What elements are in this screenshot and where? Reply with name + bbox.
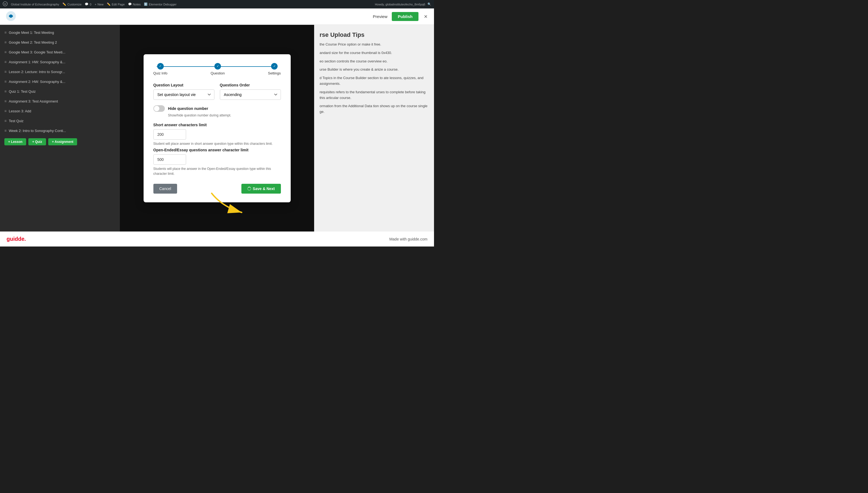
close-button[interactable]: × <box>423 12 429 21</box>
questions-order-select[interactable]: Ascending <box>220 89 281 100</box>
essay-limit-input[interactable] <box>153 154 186 165</box>
short-answer-limit-input[interactable] <box>153 129 186 140</box>
save-next-button[interactable]: Save & Next <box>242 184 281 194</box>
list-item[interactable]: ≡ Google Meet 1: Test Meeting <box>0 27 120 37</box>
guidde-bar: guidde. Made with guidde.com <box>0 232 434 246</box>
quiz-settings-modal: ✓ Quiz Info ✓ Question ✓ Settings Questi… <box>143 54 291 202</box>
wp-icon: W <box>3 1 8 7</box>
question-layout-label: Question Layout <box>153 83 214 87</box>
list-item[interactable]: ≡ Google Meet 2: Test Meeting 2 <box>0 37 120 47</box>
drag-icon: ≡ <box>4 30 6 35</box>
editor-bar: Preview Publish × <box>0 8 434 25</box>
step-2-label: Question <box>211 71 225 75</box>
short-answer-limit-label: Short answer characters limit <box>153 123 281 127</box>
list-item[interactable]: ≡ Assignment 2: HW: Sonography &... <box>0 77 120 86</box>
questions-order-group: Questions Order Ascending <box>220 83 281 100</box>
tip-5: d Topics in the Course Builder section t… <box>320 75 429 87</box>
modal-footer: Cancel Save & Next <box>153 184 281 194</box>
admin-bar: W Global Institute of Echocardiography ✏… <box>0 0 434 8</box>
svg-text:W: W <box>4 2 6 5</box>
tip-3: eo section controls the course overview … <box>320 59 429 64</box>
hide-question-number-row: Hide question number <box>153 105 281 112</box>
user-howdy: Howdy, globalinstituteofecho_8m6pq6 <box>375 3 425 6</box>
new-link[interactable]: + New <box>94 3 103 6</box>
save-next-label: Save & Next <box>253 187 275 191</box>
questions-order-label: Questions Order <box>220 83 281 87</box>
drag-icon: ≡ <box>4 99 6 103</box>
list-item[interactable]: ≡ Lesson 2: Lecture: Intro to Sonogr... <box>0 67 120 77</box>
drag-icon: ≡ <box>4 119 6 123</box>
hide-question-number-toggle[interactable] <box>153 105 165 112</box>
publish-button[interactable]: Publish <box>392 12 418 21</box>
drag-icon: ≡ <box>4 50 6 54</box>
step-question: ✓ Question <box>211 63 225 75</box>
layout-order-row: Question Layout Set question layout vie … <box>153 83 281 100</box>
step-quiz-info: ✓ Quiz Info <box>153 63 167 75</box>
comments-link[interactable]: 💬 0 <box>85 2 91 6</box>
short-answer-limit-group: Short answer characters limit Student wi… <box>153 123 281 146</box>
list-item[interactable]: ≡ Quiz 1: Test Quiz <box>0 86 120 96</box>
spinner-icon <box>247 187 251 191</box>
drag-icon: ≡ <box>4 89 6 93</box>
add-lesson-button[interactable]: + Lesson <box>4 138 26 145</box>
drag-icon: ≡ <box>4 69 6 74</box>
drag-icon: ≡ <box>4 40 6 44</box>
question-layout-group: Question Layout Set question layout vie <box>153 83 214 100</box>
drag-icon: ≡ <box>4 79 6 84</box>
notes-link[interactable]: 💬 Notes <box>128 2 141 6</box>
drag-icon: ≡ <box>4 60 6 64</box>
search-icon[interactable]: 🔍 <box>428 2 431 6</box>
hide-question-number-label: Hide question number <box>168 106 208 111</box>
list-item[interactable]: ≡ Test Quiz <box>0 116 120 126</box>
stepper: ✓ Quiz Info ✓ Question ✓ Settings <box>153 63 281 75</box>
list-item[interactable]: ≡ Assignment 3: Test Assignment <box>0 96 120 106</box>
list-item[interactable]: ≡ Lesson 3: Add <box>0 106 120 116</box>
hide-question-number-desc: Show/hide question number during attempt… <box>168 113 281 117</box>
drag-icon: ≡ <box>4 109 6 113</box>
site-name[interactable]: Global Institute of Echocardiography <box>11 3 59 6</box>
tips-panel: rse Upload Tips the Course Price option … <box>314 25 434 232</box>
essay-limit-group: Open-Ended/Essay questions answer charac… <box>153 148 281 176</box>
preview-button[interactable]: Preview <box>373 14 387 19</box>
question-layout-select[interactable]: Set question layout vie <box>153 89 214 100</box>
tip-2: andard size for the course thumbnail is … <box>320 50 429 56</box>
week2-item[interactable]: ≡ Week 2: Intro to Sonography Conti... <box>0 126 120 135</box>
drag-icon: ≡ <box>4 128 6 133</box>
guidde-logo: guidde. <box>6 236 26 242</box>
tip-7: ormation from the Additional Data tion s… <box>320 103 429 115</box>
step-3-label: Settings <box>268 71 281 75</box>
modal-overlay: ✓ Quiz Info ✓ Question ✓ Settings Questi… <box>120 25 314 232</box>
tip-1: the Course Price option or make it free. <box>320 42 429 47</box>
sidebar: ≡ Google Meet 1: Test Meeting ≡ Google M… <box>0 25 120 232</box>
list-item[interactable]: ≡ Google Meet 3: Google Test Meeti... <box>0 47 120 57</box>
guidde-credit: Made with guidde.com <box>389 237 428 241</box>
add-quiz-button[interactable]: + Quiz <box>28 138 46 145</box>
edit-page-link[interactable]: ✏️ Edit Page <box>107 2 125 6</box>
essay-limit-desc: Students will place the answer in the Op… <box>153 166 281 176</box>
debugger-link[interactable]: ℹ️ Elementor Debugger <box>144 2 177 6</box>
list-item[interactable]: ≡ Assignment 1: HW: Sonography &... <box>0 57 120 67</box>
tips-title: rse Upload Tips <box>320 31 429 39</box>
editor-logo <box>5 10 16 23</box>
customize-link[interactable]: ✏️ Customize <box>62 2 82 6</box>
step-1-label: Quiz Info <box>153 71 167 75</box>
tip-4: urse Builder is where you create & anize… <box>320 67 429 72</box>
essay-limit-label: Open-Ended/Essay questions answer charac… <box>153 148 281 152</box>
step-1-circle: ✓ <box>157 63 164 69</box>
step-2-circle: ✓ <box>214 63 221 69</box>
short-answer-limit-desc: Student will place answer in short answe… <box>153 141 281 146</box>
add-assignment-button[interactable]: + Assignment <box>48 138 77 145</box>
tip-6: requisites refers to the fundamental urs… <box>320 89 429 101</box>
step-3-circle: ✓ <box>271 63 278 69</box>
cancel-button[interactable]: Cancel <box>153 184 177 194</box>
step-settings: ✓ Settings <box>268 63 281 75</box>
